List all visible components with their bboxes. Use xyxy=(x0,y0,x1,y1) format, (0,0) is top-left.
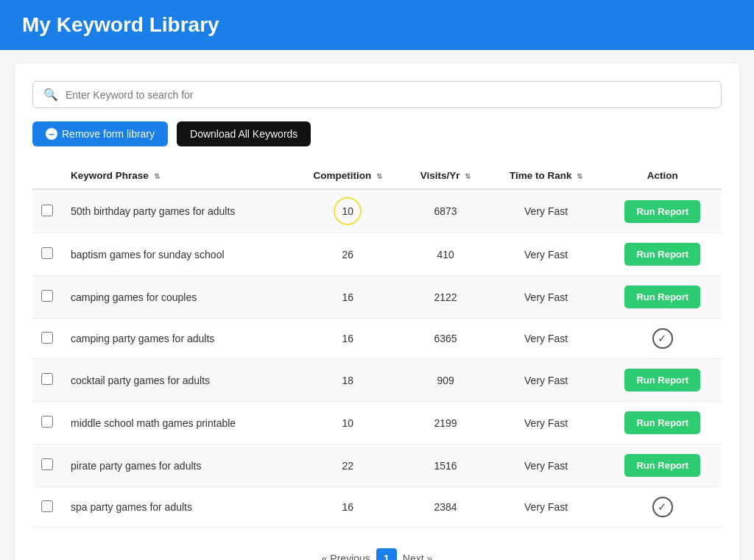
row-visits: 2199 xyxy=(403,402,489,444)
run-report-button[interactable]: Run Report xyxy=(624,243,700,266)
sort-icon-keyword: ⇅ xyxy=(154,172,160,180)
row-visits: 1516 xyxy=(403,444,489,487)
row-competition: 16 xyxy=(293,487,403,528)
row-visits: 6873 xyxy=(403,189,489,233)
row-checkbox[interactable] xyxy=(41,458,53,470)
row-time-to-rank: Very Fast xyxy=(489,189,604,233)
row-keyword-phrase: baptism games for sunday school xyxy=(62,233,293,276)
row-keyword-phrase: camping games for couples xyxy=(62,276,293,319)
checkmark-icon: ✓ xyxy=(652,497,673,517)
pagination-next[interactable]: Next » xyxy=(403,553,432,560)
competition-highlight: 10 xyxy=(334,199,361,223)
table-row: 50th birthday party games for adults1068… xyxy=(32,189,722,233)
row-competition: 22 xyxy=(293,444,403,487)
row-time-to-rank: Very Fast xyxy=(489,359,604,402)
row-keyword-phrase: pirate party games for adults xyxy=(62,444,293,487)
row-action-cell: Run Report xyxy=(604,233,722,276)
row-time-to-rank: Very Fast xyxy=(489,402,604,444)
search-bar: 🔍 xyxy=(32,81,722,108)
table-row: middle school math games printable102199… xyxy=(32,402,722,444)
row-time-to-rank: Very Fast xyxy=(489,444,604,487)
row-action-cell: Run Report xyxy=(604,189,722,233)
row-checkbox-cell xyxy=(32,276,62,319)
row-action-cell: Run Report xyxy=(604,444,722,487)
row-competition: 10 xyxy=(293,402,403,444)
row-competition: 18 xyxy=(293,359,403,402)
row-checkbox-cell xyxy=(32,444,62,487)
row-time-to-rank: Very Fast xyxy=(489,233,604,276)
row-checkbox[interactable] xyxy=(41,290,53,302)
sort-icon-competition: ⇅ xyxy=(376,172,382,180)
row-competition: 16 xyxy=(293,276,403,319)
row-keyword-phrase: spa party games for adults xyxy=(62,487,293,528)
row-action-cell: ✓ xyxy=(604,487,722,528)
search-input[interactable] xyxy=(66,89,711,101)
row-checkbox-cell xyxy=(32,189,62,233)
table-row: baptism games for sunday school26410Very… xyxy=(32,233,722,276)
row-checkbox[interactable] xyxy=(41,500,53,512)
pagination: « Previous 1 Next » xyxy=(32,548,722,560)
pagination-current-page[interactable]: 1 xyxy=(376,548,397,560)
row-keyword-phrase: 50th birthday party games for adults xyxy=(62,189,293,233)
table-row: cocktail party games for adults18909Very… xyxy=(32,359,722,402)
row-time-to-rank: Very Fast xyxy=(489,487,604,528)
col-action: Action xyxy=(604,163,722,189)
row-keyword-phrase: middle school math games printable xyxy=(62,402,293,444)
row-visits: 410 xyxy=(403,233,489,276)
download-all-keywords-button[interactable]: Download All Keywords xyxy=(177,121,311,146)
page-title: My Keyword Library xyxy=(22,13,219,36)
keywords-table: Keyword Phrase ⇅ Competition ⇅ Visits/Yr… xyxy=(32,163,722,528)
run-report-button[interactable]: Run Report xyxy=(624,411,700,434)
row-time-to-rank: Very Fast xyxy=(489,319,604,359)
row-action-cell: Run Report xyxy=(604,276,722,319)
row-checkbox-cell xyxy=(32,487,62,528)
table-header-row: Keyword Phrase ⇅ Competition ⇅ Visits/Yr… xyxy=(32,163,722,189)
run-report-button[interactable]: Run Report xyxy=(624,286,700,308)
competition-circle-annotation xyxy=(334,197,362,225)
remove-from-library-button[interactable]: − Remove form library xyxy=(32,121,168,146)
header: My Keyword Library xyxy=(0,0,754,50)
row-checkbox-cell xyxy=(32,319,62,359)
row-visits: 2384 xyxy=(403,487,489,528)
row-checkbox[interactable] xyxy=(41,416,53,428)
row-keyword-phrase: camping party games for adults xyxy=(62,319,293,359)
row-checkbox-cell xyxy=(32,233,62,276)
table-row: camping games for couples162122Very Fast… xyxy=(32,276,722,319)
run-report-button[interactable]: Run Report xyxy=(624,454,700,477)
search-icon: 🔍 xyxy=(43,88,58,102)
toolbar: − Remove form library Download All Keywo… xyxy=(32,121,722,146)
row-time-to-rank: Very Fast xyxy=(489,276,604,319)
col-checkbox xyxy=(32,163,62,189)
table-row: pirate party games for adults221516Very … xyxy=(32,444,722,487)
col-competition: Competition ⇅ xyxy=(293,163,403,189)
checkmark-icon: ✓ xyxy=(652,328,673,349)
row-competition: 26 xyxy=(293,233,403,276)
minus-icon: − xyxy=(46,128,57,140)
col-visits: Visits/Yr ⇅ xyxy=(403,163,489,189)
run-report-button[interactable]: Run Report xyxy=(624,369,700,391)
row-checkbox[interactable] xyxy=(41,247,53,259)
row-keyword-phrase: cocktail party games for adults xyxy=(62,359,293,402)
row-visits: 2122 xyxy=(403,276,489,319)
row-checkbox[interactable] xyxy=(41,205,53,216)
col-keyword-phrase: Keyword Phrase ⇅ xyxy=(62,163,293,189)
row-checkbox[interactable] xyxy=(41,373,53,385)
row-action-cell: ✓ xyxy=(604,319,722,359)
row-action-cell: Run Report xyxy=(604,402,722,444)
pagination-prev[interactable]: « Previous xyxy=(322,553,370,560)
sort-icon-time-to-rank: ⇅ xyxy=(577,172,582,180)
row-competition: 16 xyxy=(293,319,403,359)
col-time-to-rank: Time to Rank ⇅ xyxy=(489,163,604,189)
row-action-cell: Run Report xyxy=(604,359,722,402)
table-row: camping party games for adults166365Very… xyxy=(32,319,722,359)
row-checkbox[interactable] xyxy=(41,332,53,344)
table-row: spa party games for adults162384Very Fas… xyxy=(32,487,722,528)
row-visits: 6365 xyxy=(403,319,489,359)
main-content: 🔍 − Remove form library Download All Key… xyxy=(15,63,739,560)
row-visits: 909 xyxy=(403,359,489,402)
run-report-button[interactable]: Run Report xyxy=(624,200,700,223)
row-competition: 10 xyxy=(293,189,403,233)
sort-icon-visits: ⇅ xyxy=(465,172,471,180)
row-checkbox-cell xyxy=(32,402,62,444)
row-checkbox-cell xyxy=(32,359,62,402)
